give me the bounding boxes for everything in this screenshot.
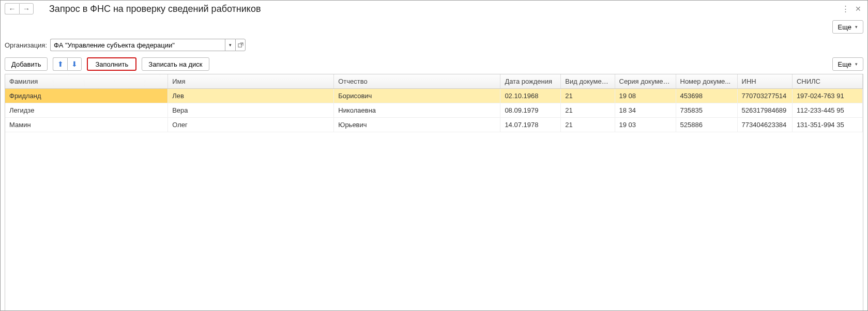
more-button-top[interactable]: Еще ▾ xyxy=(832,20,863,34)
arrow-down-icon: ⬇ xyxy=(71,60,78,68)
save-label: Записать на диск xyxy=(148,60,202,68)
cell-doctype[interactable]: 21 xyxy=(561,118,615,132)
cell-lastname[interactable]: Мамин xyxy=(5,118,168,132)
cell-inn[interactable]: 526317984689 xyxy=(737,103,792,118)
nav-forward-button[interactable]: → xyxy=(19,3,34,14)
table-row[interactable]: ЛегидзеВераНиколаевна08.09.19792118 3473… xyxy=(5,103,863,118)
cell-doctype[interactable]: 21 xyxy=(561,89,615,103)
th-doctype[interactable]: Вид документа xyxy=(561,74,615,89)
caret-down-icon: ▾ xyxy=(229,42,232,48)
th-inn[interactable]: ИНН xyxy=(737,74,792,89)
header-right: ⋮ ✕ xyxy=(842,4,863,13)
th-lastname[interactable]: Фамилия xyxy=(5,74,168,89)
toolbar-right: Еще ▾ xyxy=(832,57,863,71)
nav-back-button[interactable]: ← xyxy=(5,3,19,14)
cell-firstname[interactable]: Лев xyxy=(168,89,334,103)
cell-snils[interactable]: 112-233-445 95 xyxy=(792,103,862,118)
table-body: ФридландЛевБорисович02.10.19682119 08453… xyxy=(5,89,863,132)
move-down-button[interactable]: ⬇ xyxy=(67,57,82,71)
nav-buttons: ← → xyxy=(5,3,34,14)
cell-inn[interactable]: 770703277514 xyxy=(737,89,792,103)
cell-lastname[interactable]: Легидзе xyxy=(5,103,168,118)
organization-input[interactable] xyxy=(50,39,225,51)
cell-birthdate[interactable]: 02.10.1968 xyxy=(500,89,561,103)
cell-doctype[interactable]: 21 xyxy=(561,103,615,118)
close-icon[interactable]: ✕ xyxy=(855,5,861,13)
employees-table-wrap: Фамилия Имя Отчество Дата рождения Вид д… xyxy=(5,74,863,311)
table-header-row: Фамилия Имя Отчество Дата рождения Вид д… xyxy=(5,74,863,89)
cell-middlename[interactable]: Юрьевич xyxy=(334,118,500,132)
more-button-toolbar[interactable]: Еще ▾ xyxy=(832,57,863,71)
arrow-left-icon: ← xyxy=(9,5,16,13)
toolbar: Добавить ⬆ ⬇ Заполнить Записать на диск … xyxy=(1,53,867,74)
move-arrow-group: ⬆ ⬇ xyxy=(53,57,82,71)
organization-open-button[interactable] xyxy=(235,39,246,51)
table-row[interactable]: МаминОлегЮрьевич14.07.19782119 035258867… xyxy=(5,118,863,132)
add-button[interactable]: Добавить xyxy=(5,57,48,71)
caret-down-icon: ▾ xyxy=(855,61,858,67)
caret-down-icon: ▾ xyxy=(855,24,858,29)
header-bar: ← → Запрос в ФНС на проверку сведений ра… xyxy=(1,1,867,17)
th-docseries[interactable]: Серия документа xyxy=(615,74,676,89)
th-docnumber[interactable]: Номер докуме... xyxy=(676,74,737,89)
cell-middlename[interactable]: Борисович xyxy=(334,89,500,103)
kebab-menu-icon[interactable]: ⋮ xyxy=(842,4,849,13)
cell-docnumber[interactable]: 453698 xyxy=(676,89,737,103)
top-more-row: Еще ▾ xyxy=(1,17,867,37)
more-label: Еще xyxy=(838,23,851,31)
organization-row: Организация: ▾ xyxy=(1,37,867,53)
save-to-disk-button[interactable]: Записать на диск xyxy=(142,57,209,71)
cell-docnumber[interactable]: 525886 xyxy=(676,118,737,132)
svg-rect-0 xyxy=(238,43,241,46)
cell-docnumber[interactable]: 735835 xyxy=(676,103,737,118)
open-external-icon xyxy=(238,42,243,48)
table-row[interactable]: ФридландЛевБорисович02.10.19682119 08453… xyxy=(5,89,863,103)
fill-button[interactable]: Заполнить xyxy=(87,57,136,71)
th-birthdate[interactable]: Дата рождения xyxy=(500,74,561,89)
arrow-up-icon: ⬆ xyxy=(57,60,64,68)
organization-dropdown-button[interactable]: ▾ xyxy=(225,39,235,51)
cell-docseries[interactable]: 19 08 xyxy=(615,89,676,103)
th-snils[interactable]: СНИЛС xyxy=(792,74,862,89)
add-label: Добавить xyxy=(11,60,41,68)
cell-birthdate[interactable]: 08.09.1979 xyxy=(500,103,561,118)
cell-docseries[interactable]: 18 34 xyxy=(615,103,676,118)
cell-firstname[interactable]: Вера xyxy=(168,103,334,118)
cell-firstname[interactable]: Олег xyxy=(168,118,334,132)
organization-field-wrap: ▾ xyxy=(50,39,246,51)
cell-middlename[interactable]: Николаевна xyxy=(334,103,500,118)
move-up-button[interactable]: ⬆ xyxy=(53,57,67,71)
cell-snils[interactable]: 131-351-994 35 xyxy=(792,118,862,132)
th-firstname[interactable]: Имя xyxy=(168,74,334,89)
employees-table: Фамилия Имя Отчество Дата рождения Вид д… xyxy=(5,74,863,132)
cell-birthdate[interactable]: 14.07.1978 xyxy=(500,118,561,132)
cell-lastname[interactable]: Фридланд xyxy=(5,89,168,103)
arrow-right-icon: → xyxy=(23,5,30,13)
th-middlename[interactable]: Отчество xyxy=(334,74,500,89)
cell-snils[interactable]: 197-024-763 91 xyxy=(792,89,862,103)
cell-docseries[interactable]: 19 03 xyxy=(615,118,676,132)
organization-label: Организация: xyxy=(5,41,47,49)
page-title: Запрос в ФНС на проверку сведений работн… xyxy=(49,4,261,14)
more-label: Еще xyxy=(838,60,851,68)
cell-inn[interactable]: 773404623384 xyxy=(737,118,792,132)
fill-label: Заполнить xyxy=(95,60,128,68)
